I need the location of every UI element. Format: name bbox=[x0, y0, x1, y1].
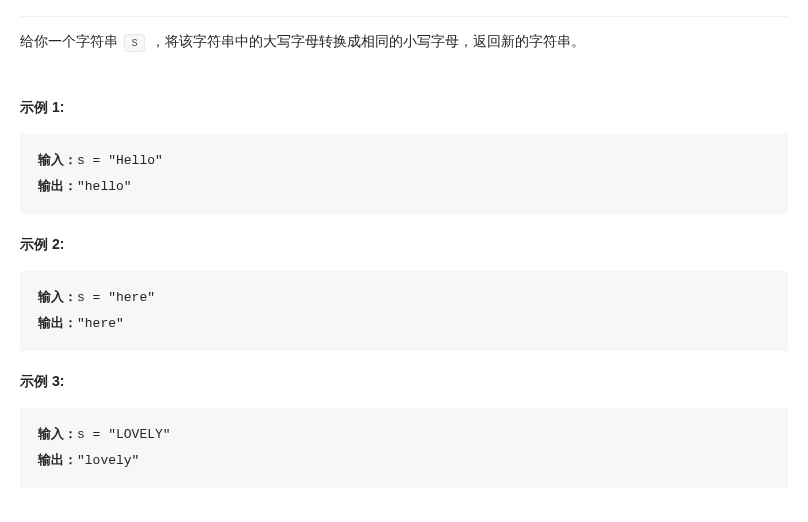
output-label: 输出： bbox=[38, 316, 77, 331]
example-title-2: 示例 2: bbox=[20, 232, 788, 257]
example-input-row: 输入：s = "LOVELY" bbox=[38, 422, 770, 448]
description-post: ，将该字符串中的大写字母转换成相同的小写字母，返回新的字符串。 bbox=[151, 33, 585, 49]
input-value: s = "Hello" bbox=[77, 153, 163, 168]
output-label: 输出： bbox=[38, 179, 77, 194]
example-output-row: 输出："hello" bbox=[38, 174, 770, 200]
input-label: 输入： bbox=[38, 290, 77, 305]
description-pre: 给你一个字符串 bbox=[20, 33, 122, 49]
input-value: s = "LOVELY" bbox=[77, 427, 171, 442]
example-input-row: 输入：s = "Hello" bbox=[38, 148, 770, 174]
example-block-2: 输入：s = "here" 输出："here" bbox=[20, 271, 788, 351]
input-label: 输入： bbox=[38, 153, 77, 168]
example-output-row: 输出："here" bbox=[38, 311, 770, 337]
output-value: "here" bbox=[77, 316, 124, 331]
example-block-3: 输入：s = "LOVELY" 输出："lovely" bbox=[20, 408, 788, 488]
problem-statement: 给你一个字符串 s ，将该字符串中的大写字母转换成相同的小写字母，返回新的字符串… bbox=[20, 29, 788, 55]
input-label: 输入： bbox=[38, 427, 77, 442]
example-title-3: 示例 3: bbox=[20, 369, 788, 394]
example-title-1: 示例 1: bbox=[20, 95, 788, 120]
example-output-row: 输出："lovely" bbox=[38, 448, 770, 474]
output-label: 输出： bbox=[38, 453, 77, 468]
top-divider bbox=[20, 16, 788, 17]
input-value: s = "here" bbox=[77, 290, 155, 305]
inline-code-var: s bbox=[124, 34, 145, 52]
example-input-row: 输入：s = "here" bbox=[38, 285, 770, 311]
output-value: "lovely" bbox=[77, 453, 139, 468]
output-value: "hello" bbox=[77, 179, 132, 194]
example-block-1: 输入：s = "Hello" 输出："hello" bbox=[20, 134, 788, 214]
